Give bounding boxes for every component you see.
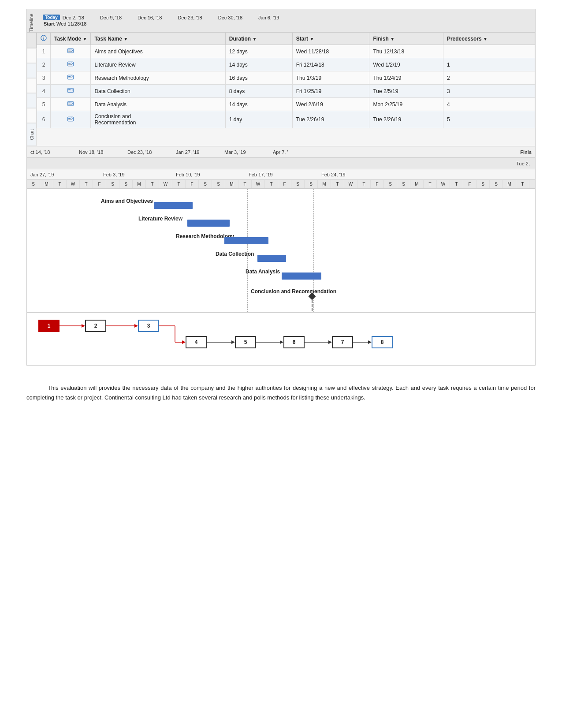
task-mode-cell [51,71,91,85]
task-mode-cell [51,45,91,58]
gantt-bars-area: Aims and Objectives Literature Review Re… [27,189,535,312]
dow-cell: T [516,180,529,188]
left-labels: Chart [27,32,37,146]
pred-cell: 3 [443,85,535,98]
svg-rect-3 [68,50,71,51]
dow-cell: W [67,180,80,188]
pred-cell: 1 [443,58,535,71]
dow-cell: F [463,180,476,188]
bar-row-2: Literature Review [30,210,535,228]
task-mode-icon [67,47,74,54]
bar-row-5: Data Analysis [30,263,535,280]
bar-row-4: Data Collection [30,245,535,263]
dow-cell: M [503,180,516,188]
dow-cell: M [40,180,53,188]
task-name-cell: Data Collection [91,85,225,98]
network-node-2: 2 [85,320,106,332]
duration-cell: 14 days [225,58,292,71]
svg-marker-29 [231,340,235,344]
pred-cell [443,45,535,58]
gantt-date-1: Nov 18, '18 [79,149,127,155]
network-node-3: 3 [138,320,159,332]
th-finish: Finish ▼ [369,33,443,45]
dow-cell: S [106,180,119,188]
bar-row-6: Conclusion and Recommendation [30,280,535,302]
bar-label-5: Data Analysis [246,269,280,275]
dow-cell: M [318,180,331,188]
svg-rect-13 [68,91,72,91]
svg-rect-6 [68,63,71,64]
gantt-date2-0: Jan 27, '19 [30,172,103,177]
task-table-container: Chart i Task Mode ▼ Task Name [27,32,535,146]
gantt-date-2: Dec 23, '18 [127,149,176,155]
dow-cell: W [159,180,172,188]
dow-cell: S [397,180,410,188]
row-num: 5 [37,98,51,111]
dow-cell: T [357,180,371,188]
bar-label-1: Aims and Objectives [101,198,153,204]
dow-cell: F [278,180,291,188]
th-task-name: Task Name ▼ [91,33,225,45]
timeline-date-1: Dec 9, '18 [100,15,122,20]
dow-cell: S [291,180,305,188]
dow-cell: M [410,180,424,188]
task-name-cell: Research Methodology [91,71,225,85]
dow-cell: W [437,180,450,188]
table-row: 6 Conclusion and Recommendation 1 day Tu… [37,111,535,128]
start-date: Wed 11/28/18 [56,21,86,26]
start-cell: Wed 11/28/18 [292,45,369,58]
finish-cell: Thu 12/13/18 [369,45,443,58]
network-diagram: 1 2 3 4 5 6 7 8 [34,318,528,360]
dow-cell: M [225,180,238,188]
start-cell: Thu 1/3/19 [292,71,369,85]
task-name-cell: Literature Review [91,58,225,71]
dow-cell: T [424,180,437,188]
dow-row: SMTWTFSSMTWTFSSMTWTFSSMTWTFSSMTWTFSSMT [27,180,535,189]
task-mode-cell [51,111,91,128]
pred-cell: 2 [443,71,535,85]
svg-rect-16 [68,104,72,105]
chart-side-label: Chart [30,129,34,140]
finis-label: Finis [520,149,532,155]
svg-marker-27 [182,340,186,344]
finish-cell: Tue 2/5/19 [369,85,443,98]
bar-4 [257,255,286,262]
dow-cell: T [238,180,252,188]
task-mode-icon [67,87,74,94]
bar-3 [224,237,268,244]
duration-cell: 16 days [225,71,292,85]
timeline-date-5: Jan 6, '19 [258,15,279,20]
row-num: 2 [37,58,51,71]
task-mode-cell [51,58,91,71]
gantt-date-0: ct 14, '18 [30,149,79,155]
task-mode-icon [67,60,74,67]
dow-cell: F [186,180,199,188]
th-task-mode: Task Mode ▼ [51,33,91,45]
bar-label-6: Conclusion and Recommendation [251,288,336,295]
body-paragraph: This evaluation will provides the necess… [26,383,536,403]
timeline-header: Timeline Today Dec 2, '18 Dec 9, '18 Dec… [27,9,535,32]
start-cell: Wed 2/6/19 [292,98,369,111]
svg-rect-18 [68,118,71,119]
timeline-date-4: Dec 30, '18 [218,15,242,20]
task-mode-icon [67,116,74,123]
start-cell: Tue 2/26/19 [292,111,369,128]
gantt-date2-2: Feb 10, '19 [176,172,249,177]
table-row: 4 Data Collection 8 days Fri 1/25/19 Tue… [37,85,535,98]
row-num: 4 [37,85,51,98]
bar-6-line [312,300,313,311]
duration-cell: 14 days [225,98,292,111]
task-mode-icon [67,100,74,107]
start-cell: Fri 1/25/19 [292,85,369,98]
svg-text:i: i [43,36,44,41]
main-content: i Task Mode ▼ Task Name ▼ Duration ▼ [37,32,535,146]
bar-2 [187,220,230,227]
dow-cell: S [490,180,503,188]
bar-5 [282,273,321,280]
task-mode-cell [51,98,91,111]
start-label: Start [44,21,55,26]
network-node-4: 4 [186,336,207,348]
gantt-date2-3: Feb 17, '19 [249,172,321,177]
network-section: 1 2 3 4 5 6 7 8 [27,312,535,365]
table-row: 5 Data Analysis 14 days Wed 2/6/19 Mon 2… [37,98,535,111]
